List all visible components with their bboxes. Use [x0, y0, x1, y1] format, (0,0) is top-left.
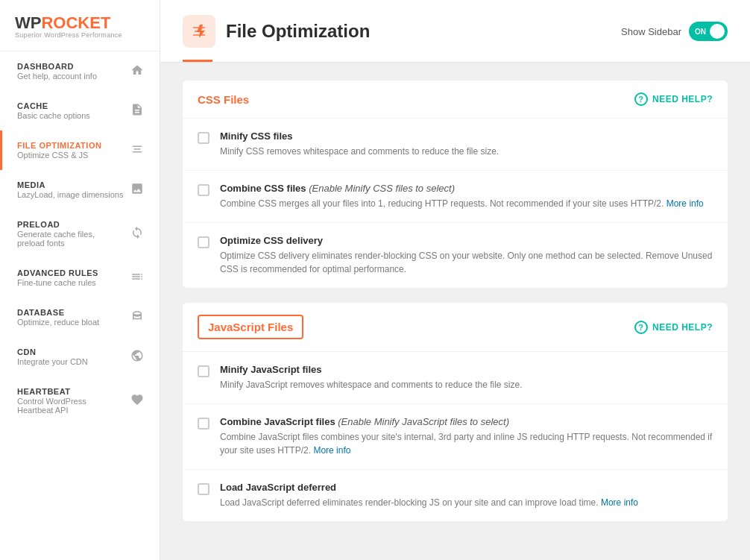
page-title: File Optimization: [226, 21, 370, 42]
js-need-help-icon: ?: [634, 321, 648, 334]
nav-icon-cdn: [130, 349, 145, 365]
sidebar-nav: DASHBOARD Get help, account info CACHE B…: [0, 51, 160, 560]
optimize-css-delivery-checkbox[interactable]: [198, 236, 209, 248]
combine-js-option: Combine JavaScript files (Enable Minify …: [183, 404, 728, 470]
sidebar-item-media[interactable]: MEDIA LazyLoad, image dimensions: [0, 170, 160, 210]
js-section-title: JavaScript Files: [198, 315, 303, 339]
nav-icon-media: [130, 182, 145, 198]
load-js-deferred-option: Load JavaScript deferred Load JavaScript…: [183, 470, 728, 521]
toggle-knob: [710, 24, 725, 39]
css-section-title: CSS Files: [198, 93, 249, 106]
nav-icon-database: [130, 309, 145, 326]
js-need-help-label: NEED HELP?: [652, 322, 713, 333]
content-area: CSS Files ? NEED HELP? Minify CSS files …: [160, 63, 750, 560]
nav-icon-cache: [130, 103, 145, 119]
sidebar-toggle-label: Show Sidebar: [621, 26, 681, 37]
need-help-icon: ?: [634, 92, 648, 106]
optimize-css-delivery-title: Optimize CSS delivery: [220, 235, 713, 246]
minify-css-checkbox[interactable]: [198, 132, 209, 144]
js-section-header: JavaScript Files ? NEED HELP?: [183, 303, 728, 352]
combine-css-checkbox[interactable]: [198, 184, 209, 196]
toggle-on-label: ON: [695, 28, 706, 36]
combine-css-content: Combine CSS files (Enable Minify CSS fil…: [220, 183, 713, 210]
combine-css-more-link[interactable]: More info: [667, 198, 704, 209]
load-js-deferred-desc: Load JavaScript deferred eliminates rend…: [220, 496, 713, 509]
combine-css-title: Combine CSS files (Enable Minify CSS fil…: [220, 183, 713, 194]
combine-js-title: Combine JavaScript files (Enable Minify …: [220, 416, 713, 427]
css-section: CSS Files ? NEED HELP? Minify CSS files …: [183, 81, 728, 288]
optimize-css-delivery-option: Optimize CSS delivery Optimize CSS deliv…: [183, 223, 728, 288]
page-header-icon: [183, 15, 215, 48]
js-section: JavaScript Files ? NEED HELP? Minify Jav…: [183, 303, 728, 521]
header-underline: [183, 60, 212, 62]
minify-css-content: Minify CSS files Minify CSS removes whit…: [220, 130, 713, 158]
sidebar-item-cache[interactable]: CACHE Basic cache options: [0, 91, 160, 130]
minify-js-checkbox[interactable]: [198, 365, 209, 377]
minify-js-content: Minify JavaScript files Minify JavaScrip…: [220, 364, 713, 391]
minify-js-desc: Minify JavaScript removes whitespace and…: [220, 378, 713, 391]
nav-icon-heartbeat: [130, 393, 145, 409]
combine-js-more-link[interactable]: More info: [313, 445, 350, 456]
sidebar: WPROCKET Superior WordPress Performance …: [0, 0, 160, 560]
load-js-deferred-more-link[interactable]: More info: [601, 497, 638, 508]
combine-css-italic: (Enable Minify CSS files to select): [309, 183, 455, 194]
logo-wp: WP: [15, 13, 41, 32]
logo-sub: Superior WordPress Performance: [15, 31, 145, 39]
nav-icon-dashboard: [130, 63, 145, 80]
load-js-deferred-title: Load JavaScript deferred: [220, 482, 713, 493]
load-js-deferred-checkbox[interactable]: [198, 483, 209, 495]
sidebar-item-database[interactable]: DATABASE Optimize, reduce bloat: [0, 298, 160, 337]
sidebar-item-advanced-rules[interactable]: ADVANCED RULES Fine-tune cache rules: [0, 258, 160, 298]
combine-js-italic: (Enable Minify JavaScript files to selec…: [338, 416, 509, 427]
minify-js-title: Minify JavaScript files: [220, 364, 713, 375]
minify-css-desc: Minify CSS removes whitespace and commen…: [220, 145, 713, 158]
main-content: File Optimization Show Sidebar ON CSS Fi…: [160, 0, 750, 560]
combine-js-content: Combine JavaScript files (Enable Minify …: [220, 416, 713, 457]
css-section-header: CSS Files ? NEED HELP?: [183, 81, 728, 119]
page-header: File Optimization Show Sidebar ON: [160, 0, 750, 63]
nav-icon-preload: [130, 226, 145, 242]
toggle-switch[interactable]: ON: [689, 22, 728, 41]
combine-js-checkbox[interactable]: [198, 418, 209, 430]
js-need-help[interactable]: ? NEED HELP?: [634, 321, 713, 334]
load-js-deferred-content: Load JavaScript deferred Load JavaScript…: [220, 482, 713, 509]
optimize-css-delivery-desc: Optimize CSS delivery eliminates render-…: [220, 249, 713, 276]
sidebar-item-cdn[interactable]: CDN Integrate your CDN: [0, 337, 160, 377]
sidebar-item-heartbeat[interactable]: HEARTBEAT Control WordPress Heartbeat AP…: [0, 377, 160, 425]
combine-css-desc: Combine CSS merges all your files into 1…: [220, 197, 713, 210]
combine-css-option: Combine CSS files (Enable Minify CSS fil…: [183, 171, 728, 223]
nav-icon-file-optimization: [130, 142, 145, 159]
logo-rocket: ROCKET: [41, 13, 110, 32]
minify-js-option: Minify JavaScript files Minify JavaScrip…: [183, 352, 728, 404]
minify-css-title: Minify CSS files: [220, 130, 713, 142]
logo: WPROCKET Superior WordPress Performance: [0, 0, 160, 51]
sidebar-item-file-optimization[interactable]: FILE OPTIMIZATION Optimize CSS & JS: [0, 130, 160, 170]
sidebar-item-preload[interactable]: PRELOAD Generate cache files, preload fo…: [0, 210, 160, 258]
combine-js-desc: Combine JavaScript files combines your s…: [220, 430, 713, 457]
sidebar-item-dashboard[interactable]: DASHBOARD Get help, account info: [0, 51, 160, 91]
css-need-help-label: NEED HELP?: [652, 94, 713, 104]
nav-icon-advanced-rules: [130, 270, 145, 286]
sidebar-toggle[interactable]: Show Sidebar ON: [621, 22, 728, 41]
minify-css-option: Minify CSS files Minify CSS removes whit…: [183, 119, 728, 171]
css-need-help[interactable]: ? NEED HELP?: [634, 92, 713, 106]
optimize-css-delivery-content: Optimize CSS delivery Optimize CSS deliv…: [220, 235, 713, 276]
